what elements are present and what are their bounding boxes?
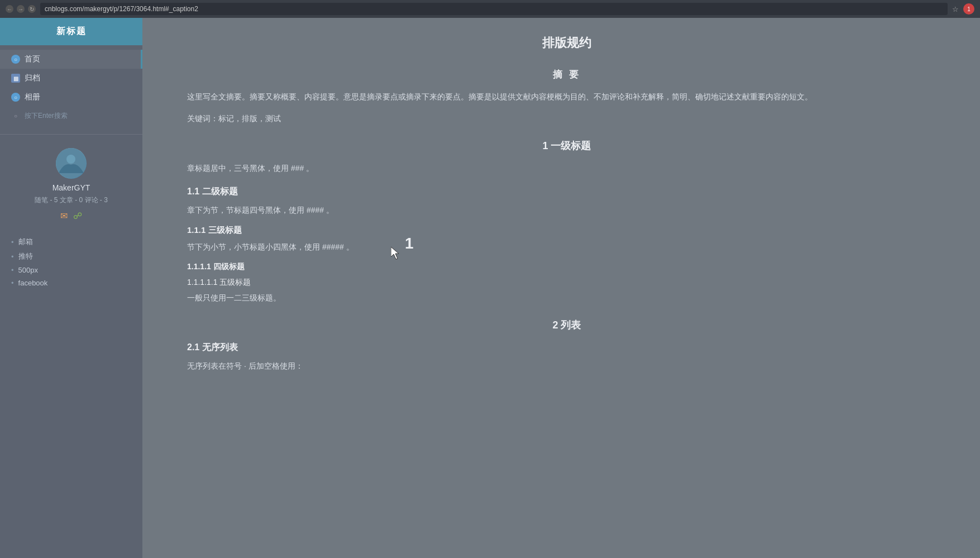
sidebar-link-email[interactable]: 邮箱 xyxy=(11,235,131,249)
sidebar-link-facebook[interactable]: facebook xyxy=(11,276,131,289)
h5-label: 1.1.1.1.1 五级标题 xyxy=(187,278,946,288)
sidebar-search-label: 按下Enter搜索 xyxy=(25,111,68,121)
svg-point-1 xyxy=(66,155,75,164)
sidebar-item-archive[interactable]: ▩ 归档 xyxy=(0,69,142,88)
nav-divider xyxy=(0,134,142,135)
sidebar-item-home[interactable]: ○ 首页 xyxy=(0,50,142,69)
album-icon: ○ xyxy=(11,93,20,102)
rss-icon[interactable]: ☍ xyxy=(73,211,82,221)
content-wrapper: 排版规约 摘 要 这里写全文摘要。摘要又称概要、内容提要。意思是摘录要点或摘录下… xyxy=(187,35,946,373)
abstract-heading: 摘 要 xyxy=(187,68,946,81)
abstract-text: 这里写全文摘要。摘要又称概要、内容提要。意思是摘录要点或摘录下来的要点。摘要是以… xyxy=(187,90,946,104)
h3-label: 1.1.1 三级标题 xyxy=(187,225,946,236)
h4-label: 1.1.1.1 四级标题 xyxy=(187,262,946,272)
sidebar-item-album[interactable]: ○ 相册 xyxy=(0,88,142,107)
section2-1-label: 2.1 无序列表 xyxy=(187,342,946,354)
home-icon: ○ xyxy=(11,55,20,64)
social-icons: ✉ ☍ xyxy=(60,211,82,221)
star-icon[interactable]: ☆ xyxy=(952,5,959,13)
sidebar-item-search[interactable]: ○ 按下Enter搜索 xyxy=(0,107,142,125)
sidebar-link-twitter[interactable]: 推特 xyxy=(11,249,131,264)
sidebar-home-label: 首页 xyxy=(25,54,40,64)
archive-icon: ▩ xyxy=(11,74,20,83)
url-text: cnblogs.com/makergyt/p/1267/3064.html#_c… xyxy=(45,5,198,13)
content-area: 排版规约 摘 要 这里写全文摘要。摘要又称概要、内容提要。意思是摘录要点或摘录下… xyxy=(142,18,980,558)
sidebar-title: 新标题 xyxy=(0,18,142,45)
section2-label: 2 列表 xyxy=(187,318,946,332)
user-name: MakerGYT xyxy=(52,183,90,192)
profile-icon[interactable]: 1 xyxy=(963,3,974,15)
browser-bar: ← → ↻ cnblogs.com/makergyt/p/1267/3064.h… xyxy=(0,0,980,18)
h1-label: 1 一级标题 xyxy=(187,139,946,152)
h2-label: 1.1 二级标题 xyxy=(187,186,946,198)
keywords: 关键词：标记，排版，测试 xyxy=(187,112,946,126)
avatar xyxy=(56,148,87,179)
general-note: 一般只使用一二三级标题。 xyxy=(187,291,946,305)
sidebar-album-label: 相册 xyxy=(25,92,40,102)
search-nav-icon: ○ xyxy=(11,112,20,121)
sidebar-links: 邮箱 推特 500px facebook xyxy=(0,230,142,294)
h3-desc: 节下为小节，小节标题小四黑体，使用 ##### 。 xyxy=(187,240,946,254)
back-button[interactable]: ← xyxy=(6,5,13,13)
browser-right-controls: ☆ 1 xyxy=(952,3,974,15)
section2-1-desc: 无序列表在符号 · 后加空格使用： xyxy=(187,359,946,373)
forward-button[interactable]: → xyxy=(17,5,25,13)
main-layout: 新标题 ○ 首页 ▩ 归档 ○ 相册 ○ 按下Enter搜索 xyxy=(0,18,980,558)
user-stats: 随笔 - 5 文章 - 0 评论 - 3 xyxy=(35,195,108,205)
browser-controls: ← → ↻ xyxy=(6,5,36,13)
h1-desc: 章标题居中，三号黑体，使用 ### 。 xyxy=(187,161,946,175)
sidebar-link-500px[interactable]: 500px xyxy=(11,264,131,276)
h2-desc: 章下为节，节标题四号黑体，使用 #### 。 xyxy=(187,203,946,217)
article-title: 排版规约 xyxy=(187,35,946,51)
sidebar: 新标题 ○ 首页 ▩ 归档 ○ 相册 ○ 按下Enter搜索 xyxy=(0,18,142,558)
address-bar[interactable]: cnblogs.com/makergyt/p/1267/3064.html#_c… xyxy=(40,3,948,15)
sidebar-nav: ○ 首页 ▩ 归档 ○ 相册 ○ 按下Enter搜索 xyxy=(0,45,142,130)
refresh-button[interactable]: ↻ xyxy=(28,5,36,13)
sidebar-archive-label: 归档 xyxy=(25,73,40,83)
email-icon[interactable]: ✉ xyxy=(60,211,68,221)
avatar-section: MakerGYT 随笔 - 5 文章 - 0 评论 - 3 ✉ ☍ xyxy=(0,139,142,230)
